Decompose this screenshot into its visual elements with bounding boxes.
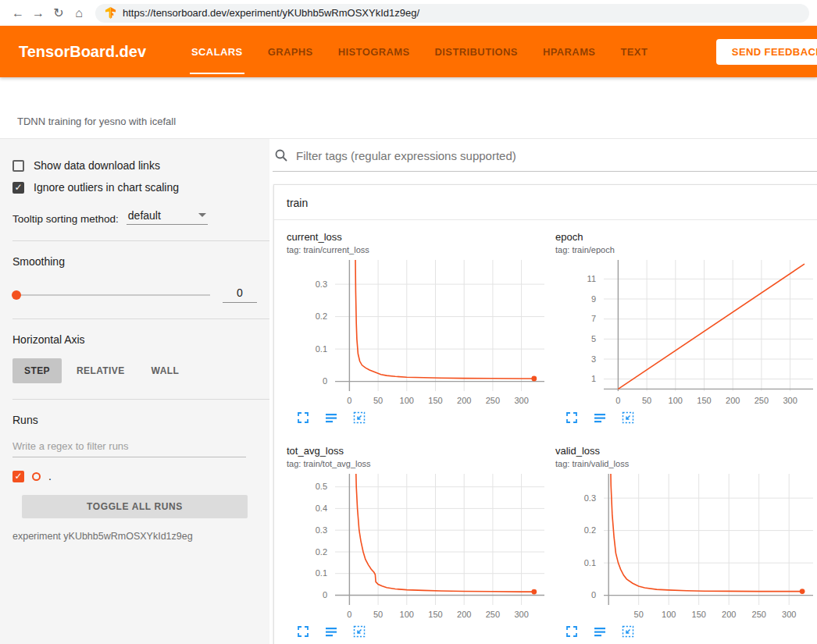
view-data-icon[interactable]: [324, 411, 338, 425]
svg-text:0.1: 0.1: [316, 344, 327, 354]
runs-label: Runs: [12, 414, 257, 426]
svg-text:300: 300: [783, 396, 797, 405]
tab-hparams[interactable]: HPARAMS: [530, 26, 608, 77]
main-panel: train current_losstag: train/current_los…: [269, 139, 817, 644]
svg-text:50: 50: [373, 610, 383, 619]
fit-domain-icon[interactable]: [621, 411, 635, 425]
smoothing-slider[interactable]: [12, 294, 210, 296]
chart-card: valid_losstag: train/valid_loss00.10.20.…: [555, 445, 817, 639]
tag-group-title[interactable]: train: [274, 185, 817, 220]
ignore-outliers-label: Ignore outliers in chart scaling: [34, 181, 179, 194]
smoothing-value-field[interactable]: 0: [223, 286, 257, 303]
svg-text:9: 9: [591, 294, 596, 304]
axis-wall-button[interactable]: WALL: [140, 358, 191, 383]
svg-text:150: 150: [428, 396, 442, 405]
home-icon[interactable]: ⌂: [69, 3, 89, 23]
chart-tag: tag: train/valid_loss: [555, 459, 817, 468]
reload-icon[interactable]: ↻: [48, 3, 69, 23]
svg-text:5: 5: [591, 334, 596, 343]
svg-text:150: 150: [692, 610, 706, 619]
axis-step-button[interactable]: STEP: [12, 358, 62, 383]
svg-text:50: 50: [373, 396, 383, 405]
forward-icon[interactable]: →: [28, 3, 48, 23]
run-color-ring-icon: [32, 472, 41, 481]
svg-text:0.3: 0.3: [316, 279, 327, 289]
chart-card: current_losstag: train/current_loss00.10…: [287, 231, 552, 425]
show-download-links-label: Show data download links: [34, 159, 160, 172]
fit-domain-icon[interactable]: [352, 411, 366, 425]
svg-text:0: 0: [591, 590, 596, 600]
chart-plot[interactable]: 00.10.20.30.40.5050100150200250300: [287, 470, 548, 623]
svg-text:0.2: 0.2: [316, 311, 327, 321]
brand-title[interactable]: TensorBoard.dev: [19, 43, 146, 61]
slider-thumb[interactable]: [12, 290, 21, 300]
chart-tag: tag: train/epoch: [555, 245, 817, 254]
run-name: .: [48, 470, 52, 482]
send-feedback-button[interactable]: SEND FEEDBACK: [716, 39, 817, 65]
view-data-icon[interactable]: [593, 411, 607, 425]
chart-title: epoch: [555, 231, 817, 243]
checkbox-checked-icon[interactable]: [12, 182, 24, 194]
chart-plot[interactable]: 1357911050100150200250300: [555, 256, 816, 409]
svg-text:50: 50: [642, 396, 651, 405]
svg-text:250: 250: [486, 396, 500, 405]
chevron-down-icon: [198, 213, 206, 217]
svg-text:200: 200: [726, 396, 740, 405]
toggle-all-runs-button[interactable]: TOGGLE ALL RUNS: [22, 495, 248, 518]
svg-text:0.1: 0.1: [316, 568, 327, 578]
fit-domain-icon[interactable]: [352, 624, 366, 639]
chart-tag: tag: train/current_loss: [287, 245, 552, 254]
show-download-links-row[interactable]: Show data download links: [12, 159, 257, 172]
back-icon[interactable]: ←: [8, 3, 28, 23]
svg-text:200: 200: [457, 396, 471, 405]
tooltip-sorting-select[interactable]: default: [127, 209, 208, 225]
svg-text:0: 0: [347, 396, 351, 405]
svg-text:100: 100: [669, 396, 683, 405]
tag-filter-input[interactable]: [296, 149, 817, 162]
checkbox-unchecked-icon[interactable]: [12, 160, 24, 172]
svg-text:11: 11: [587, 274, 596, 283]
svg-text:3: 3: [591, 354, 596, 364]
svg-text:150: 150: [428, 610, 442, 619]
chart-plot[interactable]: 00.10.20.3050100150200250300: [287, 256, 548, 409]
expand-chart-icon[interactable]: [565, 411, 579, 425]
expand-chart-icon[interactable]: [296, 411, 310, 425]
run-checkbox-checked-icon[interactable]: [12, 471, 24, 482]
fit-domain-icon[interactable]: [621, 624, 635, 639]
ignore-outliers-row[interactable]: Ignore outliers in chart scaling: [12, 181, 257, 194]
run-list-item[interactable]: .: [12, 470, 257, 482]
horizontal-axis-buttons: STEP RELATIVE WALL: [12, 358, 257, 383]
tab-graphs[interactable]: GRAPHS: [255, 26, 326, 77]
axis-relative-button[interactable]: RELATIVE: [65, 358, 137, 383]
chart-card: tot_avg_losstag: train/tot_avg_loss00.10…: [287, 445, 552, 639]
divider: [12, 318, 269, 319]
svg-text:50: 50: [634, 610, 644, 619]
chart-plot[interactable]: 00.10.20.350100150200250300: [555, 470, 816, 623]
tab-distributions[interactable]: DISTRIBUTIONS: [423, 26, 530, 77]
tag-group-card: train current_losstag: train/current_los…: [273, 184, 817, 644]
expand-chart-icon[interactable]: [565, 624, 579, 639]
view-data-icon[interactable]: [324, 624, 338, 639]
svg-text:250: 250: [752, 610, 766, 619]
tab-text[interactable]: TEXT: [608, 26, 660, 77]
svg-text:7: 7: [591, 314, 596, 323]
runs-filter-input[interactable]: [12, 434, 246, 457]
tab-scalars[interactable]: SCALARS: [179, 26, 255, 77]
chart-title: current_loss: [287, 231, 552, 243]
tooltip-sorting-label: Tooltip sorting method:: [12, 213, 119, 225]
smoothing-label: Smoothing: [12, 255, 257, 268]
tooltip-sorting-value: default: [128, 209, 161, 222]
tab-histograms[interactable]: HISTOGRAMS: [326, 26, 423, 77]
expand-chart-icon[interactable]: [296, 624, 310, 639]
svg-text:100: 100: [400, 610, 414, 619]
view-data-icon[interactable]: [593, 624, 607, 639]
experiment-description: TDNN training for yesno with icefall: [17, 116, 176, 127]
app-header: TensorBoard.dev SCALARS GRAPHS HISTOGRAM…: [0, 26, 817, 77]
browser-toolbar: ← → ↻ ⌂ https://tensorboard.dev/experime…: [0, 0, 817, 26]
address-bar[interactable]: https://tensorboard.dev/experiment/yKUbh…: [95, 4, 809, 23]
chart-actions: [287, 411, 552, 425]
svg-text:0: 0: [323, 376, 327, 386]
chart-tag: tag: train/tot_avg_loss: [287, 459, 552, 468]
experiment-id-note: experiment yKUbhb5wRmOSXYkId1z9eg: [12, 531, 257, 542]
svg-text:0.2: 0.2: [584, 525, 596, 535]
